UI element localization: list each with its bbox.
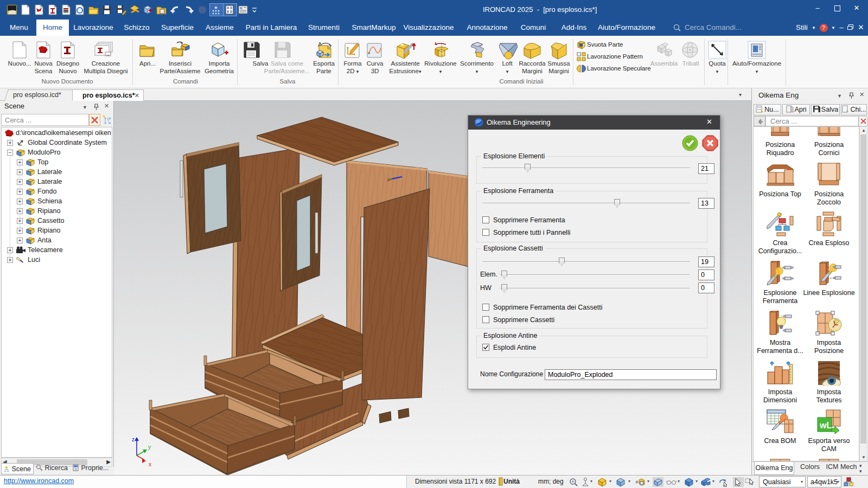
svg-text:z: z <box>132 436 135 442</box>
svg-text:y: y <box>148 444 151 450</box>
svg-text:x: x <box>149 461 151 467</box>
svg-text:wL: wL <box>819 421 832 430</box>
